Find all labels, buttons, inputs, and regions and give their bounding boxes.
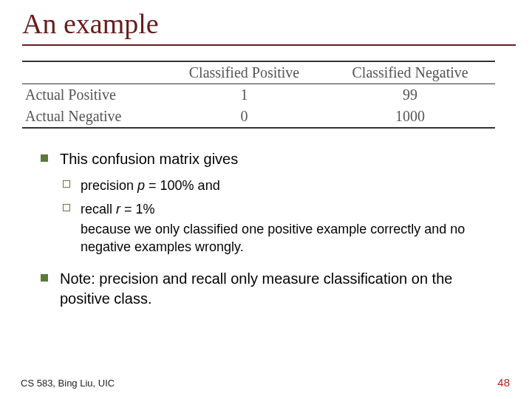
bullet-hollow-square-icon bbox=[63, 204, 70, 211]
table-row: Actual Negative 0 1000 bbox=[22, 106, 495, 128]
bullet-level2: precision p = 100% and bbox=[41, 177, 497, 194]
var-p: p bbox=[137, 178, 145, 193]
cell-fn: 99 bbox=[325, 84, 495, 106]
slide: An example Classified Positive Classifie… bbox=[0, 0, 532, 399]
sub-text: recall r = 1% bbox=[81, 202, 155, 216]
row-actual-negative: Actual Negative bbox=[22, 106, 163, 128]
title-rule bbox=[22, 44, 516, 46]
bullet-square-icon bbox=[41, 154, 48, 162]
bullet-square-icon bbox=[41, 274, 48, 282]
header-blank bbox=[22, 61, 163, 84]
slide-title: An example bbox=[22, 7, 516, 40]
bullet-level2: recall r = 1% bbox=[41, 200, 497, 218]
table: Classified Positive Classified Negative … bbox=[22, 61, 495, 129]
col-classified-positive: Classified Positive bbox=[163, 61, 325, 84]
cell-tn: 1000 bbox=[325, 106, 495, 128]
slide-number: 48 bbox=[497, 376, 510, 389]
bullet-hollow-square-icon bbox=[63, 180, 70, 188]
footer-source: CS 583, Bing Liu, UIC bbox=[21, 378, 115, 389]
sub-text: precision p = 100% and bbox=[81, 178, 220, 193]
row-actual-positive: Actual Positive bbox=[22, 84, 163, 106]
cell-fp: 0 bbox=[163, 106, 325, 128]
table-header-row: Classified Positive Classified Negative bbox=[22, 61, 495, 84]
title-area: An example bbox=[0, 0, 532, 46]
t: precision bbox=[81, 178, 137, 193]
bullet-level1: This confusion matrix gives bbox=[41, 149, 497, 169]
body-content: This confusion matrix gives precision p … bbox=[0, 129, 532, 309]
col-classified-negative: Classified Negative bbox=[325, 61, 495, 84]
cell-tp: 1 bbox=[163, 84, 325, 106]
bullet-text: Note: precision and recall only measure … bbox=[60, 270, 452, 307]
t: = 100% and bbox=[145, 178, 220, 193]
t: recall bbox=[81, 202, 116, 216]
bullet-text: This confusion matrix gives bbox=[60, 151, 238, 167]
bullet-level1: Note: precision and recall only measure … bbox=[41, 269, 497, 309]
explanation-text: because we only classified one positive … bbox=[41, 220, 497, 256]
confusion-matrix-table: Classified Positive Classified Negative … bbox=[22, 61, 510, 129]
t: = 1% bbox=[120, 202, 155, 216]
table-row: Actual Positive 1 99 bbox=[22, 84, 495, 106]
